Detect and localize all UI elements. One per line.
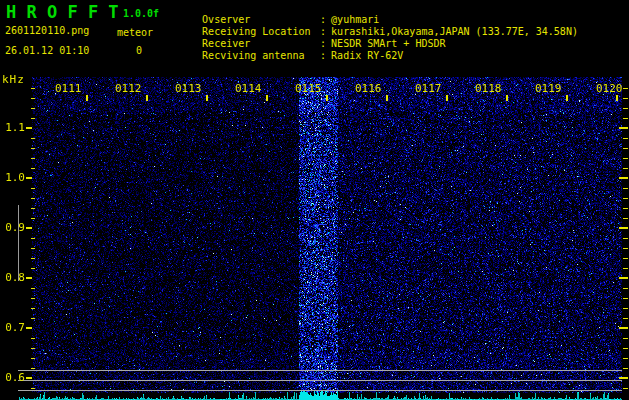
frequency-axis-unit-label: kHz: [2, 73, 25, 86]
freq-minor-tick-right: [623, 308, 628, 309]
freq-label: 0.6: [1, 371, 25, 384]
freq-minor-tick-right: [623, 198, 628, 199]
freq-minor-tick: [31, 238, 35, 239]
freq-minor-tick: [31, 108, 35, 109]
freq-major-tick-right: [619, 327, 628, 329]
time-tick: [386, 95, 388, 101]
freq-minor-tick: [31, 88, 35, 89]
freq-minor-tick-right: [623, 368, 628, 369]
freq-label: 1.0: [1, 171, 25, 184]
freq-minor-tick: [31, 138, 35, 139]
freq-label: 0.9: [1, 221, 25, 234]
observation-datetime: 26.01.12 01:10: [5, 45, 89, 56]
freq-minor-tick-right: [623, 288, 628, 289]
freq-minor-tick: [31, 198, 35, 199]
freq-minor-tick-right: [623, 208, 628, 209]
freq-major-tick: [26, 327, 32, 329]
freq-minor-tick-right: [623, 98, 628, 99]
app-title: H R O F F T: [6, 2, 119, 22]
freq-minor-tick: [31, 98, 35, 99]
freq-minor-tick-right: [623, 248, 628, 249]
freq-minor-tick: [31, 368, 35, 369]
freq-minor-tick-right: [623, 338, 628, 339]
freq-minor-tick-right: [623, 148, 628, 149]
time-label: 0120: [596, 82, 623, 95]
freq-minor-tick-right: [623, 388, 628, 389]
freq-minor-tick: [31, 218, 35, 219]
freq-minor-tick: [31, 318, 35, 319]
time-label: 0119: [535, 82, 562, 95]
info-colon: :: [320, 50, 331, 61]
time-label: 0114: [235, 82, 262, 95]
time-label: 0116: [355, 82, 382, 95]
freq-minor-tick: [31, 118, 35, 119]
freq-minor-tick: [31, 288, 35, 289]
freq-minor-tick-right: [623, 258, 628, 259]
time-label: 0112: [115, 82, 142, 95]
info-row-antenna: Recviving antenna:Radix RY-62V: [178, 39, 403, 72]
time-tick: [616, 95, 618, 101]
freq-minor-tick-right: [623, 218, 628, 219]
freq-minor-tick: [31, 358, 35, 359]
freq-major-tick-right: [619, 177, 628, 179]
freq-minor-tick-right: [623, 158, 628, 159]
freq-minor-tick-right: [623, 168, 628, 169]
freq-minor-tick: [31, 268, 35, 269]
freq-minor-tick-right: [623, 268, 628, 269]
freq-major-tick: [26, 277, 32, 279]
time-tick: [206, 95, 208, 101]
freq-minor-tick-right: [623, 108, 628, 109]
freq-minor-tick-right: [623, 118, 628, 119]
time-label: 0117: [415, 82, 442, 95]
freq-minor-tick: [31, 188, 35, 189]
meteor-counter-label: meteor: [117, 27, 153, 38]
freq-minor-tick-right: [623, 188, 628, 189]
freq-minor-tick-right: [623, 318, 628, 319]
freq-major-tick: [26, 377, 32, 379]
freq-major-tick: [26, 227, 32, 229]
freq-label: 1.1: [1, 121, 25, 134]
freq-major-tick-right: [619, 127, 628, 129]
freq-minor-tick: [31, 298, 35, 299]
freq-label: 0.7: [1, 321, 25, 334]
freq-minor-tick: [31, 248, 35, 249]
freq-minor-tick: [31, 258, 35, 259]
time-tick: [86, 95, 88, 101]
time-tick: [326, 95, 328, 101]
app-version: 1.0.0f: [123, 8, 159, 19]
time-tick: [446, 95, 448, 101]
freq-minor-tick-right: [623, 138, 628, 139]
freq-minor-tick-right: [623, 88, 628, 89]
time-label: 0111: [55, 82, 82, 95]
freq-minor-tick-right: [623, 348, 628, 349]
freq-major-tick: [26, 127, 32, 129]
info-label: Recviving antenna: [202, 50, 320, 61]
meteor-counter-value: 0: [136, 45, 142, 56]
freq-major-tick: [26, 177, 32, 179]
freq-minor-tick: [31, 308, 35, 309]
freq-minor-tick: [31, 158, 35, 159]
output-filename: 2601120110.png: [5, 25, 89, 36]
time-label: 0115: [295, 82, 322, 95]
time-label: 0113: [175, 82, 202, 95]
freq-minor-tick-right: [623, 238, 628, 239]
freq-label: 0.8: [1, 271, 25, 284]
time-tick: [566, 95, 568, 101]
time-label: 0118: [475, 82, 502, 95]
freq-minor-tick: [31, 148, 35, 149]
time-tick: [506, 95, 508, 101]
spectrogram-canvas: [0, 70, 629, 400]
freq-minor-tick: [31, 208, 35, 209]
freq-minor-tick: [31, 168, 35, 169]
hrofft-window: H R O F F T 1.0.0f 2601120110.png meteor…: [0, 0, 629, 400]
freq-minor-tick-right: [623, 298, 628, 299]
time-tick: [266, 95, 268, 101]
freq-minor-tick: [31, 338, 35, 339]
freq-major-tick-right: [619, 277, 628, 279]
freq-minor-tick-right: [623, 358, 628, 359]
freq-minor-tick: [31, 388, 35, 389]
time-tick: [146, 95, 148, 101]
freq-major-tick-right: [619, 377, 628, 379]
freq-minor-tick: [31, 348, 35, 349]
info-value: Radix RY-62V: [331, 50, 403, 61]
